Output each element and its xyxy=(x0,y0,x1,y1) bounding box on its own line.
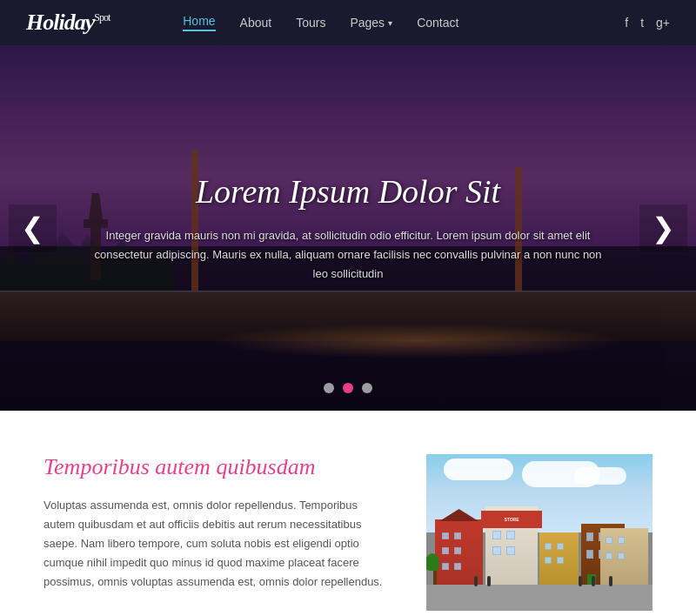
content-text: Temporibus autem quibusdam Voluptas assu… xyxy=(44,454,392,616)
window xyxy=(442,547,449,554)
figure-4 xyxy=(592,576,595,586)
site-logo[interactable]: HolidaySpot xyxy=(26,10,110,36)
window xyxy=(506,546,515,555)
window xyxy=(492,546,501,555)
nav-about[interactable]: About xyxy=(240,16,272,30)
logo-subtext: Spot xyxy=(94,11,110,23)
people-figures xyxy=(439,569,639,586)
content-image: STORE xyxy=(426,454,652,611)
window xyxy=(454,532,461,539)
content-para-2: Temporibus autem quibusdam et aut offici… xyxy=(44,611,392,616)
window xyxy=(618,537,625,544)
building-sign: STORE xyxy=(481,511,542,528)
window xyxy=(586,532,593,541)
window xyxy=(454,547,461,554)
facebook-icon[interactable]: f xyxy=(625,16,628,30)
window xyxy=(545,543,552,550)
slider-prev-button[interactable]: ❮ xyxy=(9,204,57,251)
hero-content: Lorem Ipsum Dolor Sit Integer gravida ma… xyxy=(87,172,609,284)
window xyxy=(492,531,501,539)
pages-dropdown-arrow: ▾ xyxy=(388,18,392,28)
slider-dot-3[interactable] xyxy=(362,383,372,393)
content-image-wrapper: STORE xyxy=(426,454,652,611)
social-links: f t g+ xyxy=(625,16,670,30)
img-cloud-3 xyxy=(522,461,600,487)
figure-5 xyxy=(609,576,612,586)
nav-tours[interactable]: Tours xyxy=(296,16,325,30)
nav-menu: Home About Tours Pages ▾ Contact xyxy=(183,14,625,31)
window xyxy=(545,557,552,564)
content-para-1: Voluptas assumenda est, omnis dolor repe… xyxy=(44,496,392,592)
figure-1 xyxy=(474,576,478,586)
figure-3 xyxy=(579,576,582,586)
navbar: HolidaySpot Home About Tours Pages ▾ Con… xyxy=(0,0,696,45)
hero-body: Integer gravida mauris non mi gravida, a… xyxy=(87,226,609,284)
twitter-icon[interactable]: t xyxy=(640,16,644,30)
nav-home[interactable]: Home xyxy=(183,14,215,31)
content-section: Temporibus autem quibusdam Voluptas assu… xyxy=(0,411,696,616)
window xyxy=(586,550,593,559)
hero-title: Lorem Ipsum Dolor Sit xyxy=(87,172,609,211)
img-cloud-1 xyxy=(444,459,513,480)
nav-pages[interactable]: Pages ▾ xyxy=(350,16,392,30)
slider-dots xyxy=(324,383,372,393)
window xyxy=(557,557,564,564)
window xyxy=(557,543,564,550)
figure-2 xyxy=(487,576,491,586)
window xyxy=(606,537,612,544)
tree-crown xyxy=(426,553,439,571)
logo-text: Holiday xyxy=(26,10,94,35)
slider-dot-2[interactable] xyxy=(343,383,353,393)
googleplus-icon[interactable]: g+ xyxy=(656,16,670,30)
window xyxy=(442,532,449,539)
window xyxy=(606,552,612,559)
slider-dot-1[interactable] xyxy=(324,383,334,393)
content-heading: Temporibus autem quibusdam xyxy=(44,454,392,480)
nav-contact[interactable]: Contact xyxy=(417,16,458,30)
street xyxy=(426,585,652,611)
hero-slider: Lorem Ipsum Dolor Sit Integer gravida ma… xyxy=(0,45,696,411)
img-tree-1 xyxy=(431,553,439,586)
window xyxy=(618,552,625,559)
slider-next-button[interactable]: ❯ xyxy=(639,204,687,251)
window xyxy=(506,531,515,539)
